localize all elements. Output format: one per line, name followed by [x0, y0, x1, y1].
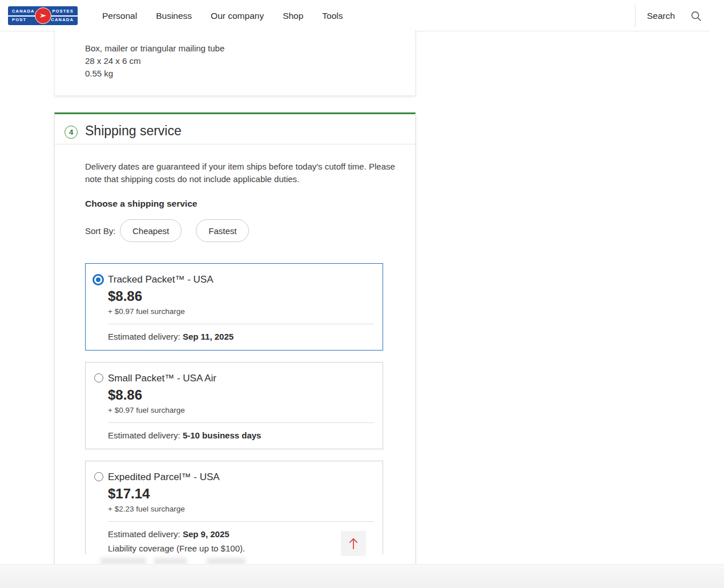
- header-divider: [635, 5, 635, 27]
- liability-coverage-note: Liability coverage (Free up to $100).: [108, 541, 374, 555]
- sort-cheapest-button[interactable]: Cheapest: [120, 219, 182, 242]
- service-surcharge: + $2.23 fuel surcharge: [108, 505, 374, 513]
- package-type: Box, mailer or triangular mailing tube: [85, 42, 415, 55]
- step-number-badge: 4: [65, 126, 78, 139]
- search-icon[interactable]: [690, 10, 702, 22]
- up-arrow-icon: [345, 535, 361, 551]
- divider: [108, 324, 374, 324]
- section-header: 4 Shipping service: [55, 114, 415, 144]
- package-summary-card: Box, mailer or triangular mailing tube 2…: [54, 29, 416, 96]
- service-name: Small Packet™ - USA Air: [108, 372, 374, 384]
- canada-post-logo[interactable]: CANADA POST POSTES CANADA: [8, 6, 78, 25]
- header: CANADA POST POSTES CANADA Personal Busin…: [0, 0, 709, 31]
- sort-by-label: Sort By:: [85, 226, 120, 236]
- logo-text: POST: [12, 17, 35, 23]
- service-price: $17.14: [108, 486, 374, 502]
- estimated-delivery: Estimated delivery: Sep 9, 2025: [108, 527, 374, 541]
- divider: [108, 422, 374, 423]
- package-weight: 0.55 kg: [85, 67, 415, 80]
- divider: [108, 521, 374, 522]
- nav-personal[interactable]: Personal: [102, 11, 137, 21]
- package-dimensions: 28 x 24 x 6 cm: [85, 55, 415, 67]
- radio-selected[interactable]: [92, 274, 104, 285]
- service-price: $8.86: [108, 387, 374, 403]
- radio-unselected[interactable]: [94, 373, 103, 382]
- footer-band: [0, 564, 724, 588]
- main-nav: Personal Business Our company Shop Tools: [102, 0, 343, 31]
- service-surcharge: + $0.97 fuel surcharge: [108, 406, 374, 414]
- radio-unselected[interactable]: [94, 472, 103, 481]
- service-options: Tracked Packet™ - USA $8.86 + $0.97 fuel…: [85, 263, 383, 554]
- nav-shop[interactable]: Shop: [283, 11, 303, 21]
- service-price: $8.86: [108, 288, 374, 304]
- sort-fastest-button[interactable]: Fastest: [196, 219, 249, 242]
- nav-tools[interactable]: Tools: [322, 11, 343, 21]
- service-option-tracked-packet[interactable]: Tracked Packet™ - USA $8.86 + $0.97 fuel…: [85, 263, 383, 351]
- section-title: Shipping service: [85, 123, 182, 139]
- service-surcharge: + $0.97 fuel surcharge: [108, 307, 374, 316]
- back-to-top-button[interactable]: [341, 531, 366, 556]
- service-option-expedited-parcel[interactable]: Expedited Parcel™ - USA $17.14 + $2.23 f…: [85, 461, 383, 554]
- service-name: Tracked Packet™ - USA: [108, 273, 374, 285]
- shipping-service-section: 4 Shipping service Delivery dates are gu…: [54, 112, 416, 566]
- logo-text: CANADA: [51, 17, 74, 23]
- delivery-guarantee-note: Delivery dates are guaranteed if your it…: [85, 160, 404, 186]
- choose-service-heading: Choose a shipping service: [85, 199, 382, 209]
- estimated-delivery: Estimated delivery: Sep 11, 2025: [108, 329, 374, 344]
- logo-text: POSTES: [51, 9, 74, 14]
- canada-post-emblem-icon: [35, 7, 51, 24]
- logo-text: CANADA: [12, 9, 35, 14]
- nav-business[interactable]: Business: [156, 11, 192, 21]
- search-button[interactable]: Search: [647, 0, 675, 31]
- service-option-small-packet[interactable]: Small Packet™ - USA Air $8.86 + $0.97 fu…: [85, 362, 383, 449]
- sort-controls: Sort By: Cheapest Fastest: [85, 219, 382, 242]
- estimated-delivery: Estimated delivery: 5-10 business days: [108, 428, 374, 442]
- nav-our-company[interactable]: Our company: [211, 11, 264, 21]
- service-name: Expedited Parcel™ - USA: [108, 470, 374, 483]
